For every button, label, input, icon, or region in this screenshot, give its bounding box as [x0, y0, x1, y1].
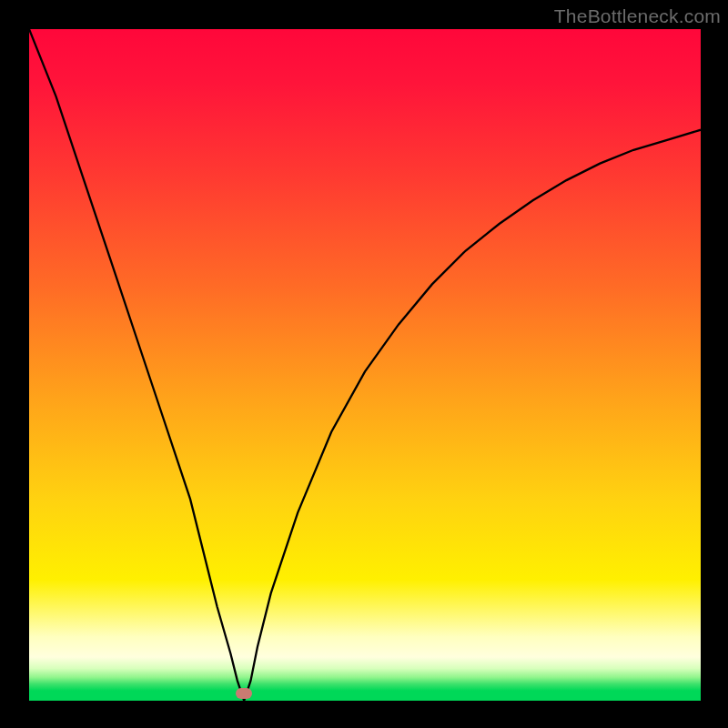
bottleneck-curve — [29, 29, 701, 701]
watermark-label: TheBottleneck.com — [554, 5, 721, 27]
chart-frame: TheBottleneck.com — [0, 0, 728, 728]
curve-layer — [29, 29, 701, 701]
notch-marker — [236, 688, 252, 699]
plot-area — [29, 29, 701, 701]
